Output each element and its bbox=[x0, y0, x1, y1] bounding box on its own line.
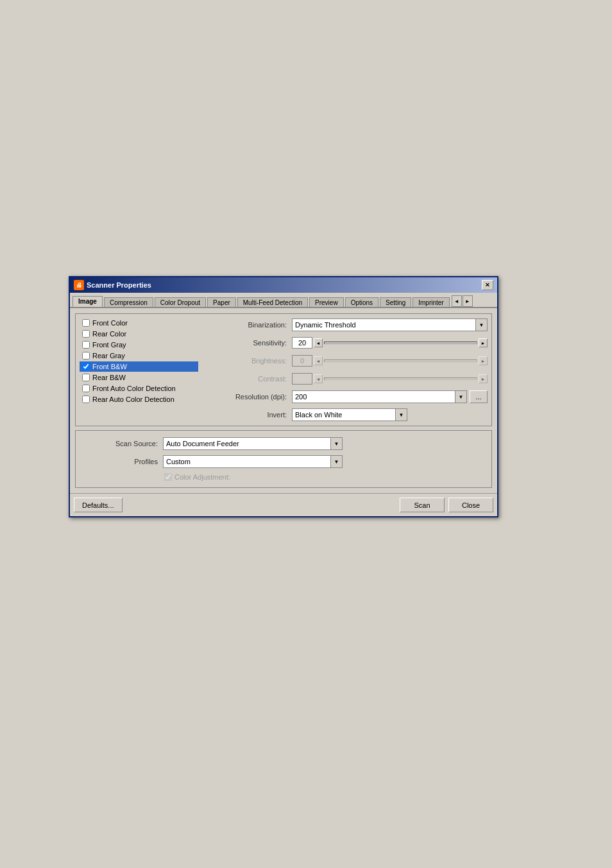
brightness-value: 0 bbox=[292, 355, 312, 367]
content-area: Front Color Rear Color Front Gray Rear G… bbox=[70, 308, 497, 493]
sensitivity-value: 20 bbox=[292, 337, 312, 349]
footer: Defaults... Scan Close bbox=[70, 493, 497, 516]
rear-color-checkbox[interactable] bbox=[82, 330, 90, 338]
title-bar: 🖨 Scanner Properties ✕ bbox=[70, 277, 497, 293]
image-item-front-color[interactable]: Front Color bbox=[80, 318, 198, 328]
contrast-value bbox=[292, 373, 312, 385]
scanner-icon: 🖨 bbox=[74, 280, 84, 290]
front-bw-checkbox[interactable] bbox=[82, 363, 90, 370]
resolution-select[interactable]: 75 100 150 200 300 400 600 bbox=[293, 391, 455, 403]
brightness-row: Brightness: 0 ◄ ► bbox=[203, 354, 488, 368]
scan-source-select-wrapper: Auto Document Feeder Flatbed ADF Front S… bbox=[163, 437, 343, 450]
tab-color-dropout[interactable]: Color Dropout bbox=[155, 297, 206, 308]
rear-bw-checkbox[interactable] bbox=[82, 374, 90, 381]
image-item-front-gray[interactable]: Front Gray bbox=[80, 340, 198, 350]
resolution-select-wrapper: 75 100 150 200 300 400 600 ▼ bbox=[292, 390, 467, 403]
title-bar-left: 🖨 Scanner Properties bbox=[74, 280, 151, 290]
color-adjustment-checkbox[interactable] bbox=[164, 473, 172, 481]
front-auto-label: Front Auto Color Detection bbox=[92, 385, 176, 392]
profiles-arrow-icon: ▼ bbox=[330, 456, 342, 467]
tab-paper[interactable]: Paper bbox=[207, 297, 236, 308]
invert-row: Invert: Black on White White on Black ▼ bbox=[203, 408, 488, 422]
contrast-right-btn: ► bbox=[479, 374, 488, 383]
rear-color-label: Rear Color bbox=[92, 330, 126, 338]
scan-source-label: Scan Source: bbox=[81, 440, 158, 447]
sensitivity-control: 20 ◄ ► bbox=[292, 337, 488, 349]
binarization-row: Binarization: Dynamic Threshold Fixed Pr… bbox=[203, 318, 488, 332]
top-section: Front Color Rear Color Front Gray Rear G… bbox=[75, 313, 492, 426]
brightness-track bbox=[324, 360, 477, 362]
contrast-left-btn: ◄ bbox=[314, 374, 323, 383]
sensitivity-left-btn[interactable]: ◄ bbox=[314, 338, 323, 347]
sensitivity-track[interactable] bbox=[324, 342, 477, 344]
rear-gray-checkbox[interactable] bbox=[82, 352, 90, 360]
sensitivity-right-btn[interactable]: ► bbox=[479, 338, 488, 347]
image-list: Front Color Rear Color Front Gray Rear G… bbox=[80, 318, 198, 422]
resolution-row: Resolution (dpi): 75 100 150 200 300 bbox=[203, 390, 488, 404]
image-item-front-auto[interactable]: Front Auto Color Detection bbox=[80, 383, 198, 394]
sensitivity-label: Sensitivity: bbox=[203, 339, 287, 347]
color-adjustment-text: Color Adjustment: bbox=[174, 473, 230, 481]
image-item-rear-gray[interactable]: Rear Gray bbox=[80, 351, 198, 361]
tab-preview[interactable]: Preview bbox=[309, 297, 344, 308]
binarization-arrow-icon: ▼ bbox=[475, 319, 487, 331]
binarization-control: Dynamic Threshold Fixed Processing Halft… bbox=[292, 318, 488, 331]
brightness-right-btn: ► bbox=[479, 356, 488, 365]
tab-multifeed[interactable]: Multi-Feed Detection bbox=[237, 297, 308, 308]
profiles-select[interactable]: Custom Default bbox=[164, 456, 330, 467]
front-color-checkbox[interactable] bbox=[82, 319, 90, 327]
brightness-control: 0 ◄ ► bbox=[292, 355, 488, 367]
binarization-select[interactable]: Dynamic Threshold Fixed Processing Halft… bbox=[293, 319, 475, 331]
scan-source-arrow-icon: ▼ bbox=[330, 438, 342, 449]
binarization-label: Binarization: bbox=[203, 321, 287, 329]
resolution-dots-button[interactable]: ... bbox=[470, 390, 488, 403]
scan-button[interactable]: Scan bbox=[400, 498, 445, 512]
color-adjustment-row: Color Adjustment: bbox=[81, 473, 486, 481]
contrast-track bbox=[324, 378, 477, 380]
image-item-rear-bw[interactable]: Rear B&W bbox=[80, 372, 198, 383]
tab-imprinter[interactable]: Imprinter bbox=[412, 297, 449, 308]
color-adjustment-label: Color Adjustment: bbox=[164, 473, 230, 481]
bottom-section: Scan Source: Auto Document Feeder Flatbe… bbox=[75, 430, 492, 488]
front-gray-label: Front Gray bbox=[92, 341, 126, 349]
defaults-button[interactable]: Defaults... bbox=[74, 498, 123, 512]
brightness-label: Brightness: bbox=[203, 357, 287, 365]
footer-right-buttons: Scan Close bbox=[400, 498, 493, 512]
front-auto-checkbox[interactable] bbox=[82, 385, 90, 392]
scan-source-select[interactable]: Auto Document Feeder Flatbed ADF Front S… bbox=[164, 438, 330, 449]
scanner-properties-dialog: 🖨 Scanner Properties ✕ Image Compression… bbox=[69, 276, 498, 517]
tab-image[interactable]: Image bbox=[72, 296, 103, 308]
contrast-slider: ◄ ► bbox=[292, 373, 488, 385]
properties-panel: Binarization: Dynamic Threshold Fixed Pr… bbox=[203, 318, 488, 422]
sensitivity-slider: 20 ◄ ► bbox=[292, 337, 488, 349]
tab-nav-right[interactable]: ► bbox=[463, 295, 473, 307]
title-buttons: ✕ bbox=[482, 280, 493, 290]
resolution-inner: 75 100 150 200 300 400 600 ▼ . bbox=[292, 390, 488, 403]
invert-control: Black on White White on Black ▼ bbox=[292, 408, 488, 421]
resolution-control: 75 100 150 200 300 400 600 ▼ . bbox=[292, 390, 488, 403]
scan-source-row: Scan Source: Auto Document Feeder Flatbe… bbox=[81, 437, 486, 450]
sensitivity-row: Sensitivity: 20 ◄ ► bbox=[203, 336, 488, 350]
invert-arrow-icon: ▼ bbox=[395, 409, 407, 421]
rear-auto-checkbox[interactable] bbox=[82, 395, 90, 403]
image-item-rear-auto[interactable]: Rear Auto Color Detection bbox=[80, 394, 198, 404]
profiles-label: Profiles bbox=[81, 458, 158, 465]
resolution-arrow-icon: ▼ bbox=[455, 391, 466, 403]
close-window-button[interactable]: ✕ bbox=[482, 280, 493, 290]
front-gray-checkbox[interactable] bbox=[82, 341, 90, 349]
tab-setting[interactable]: Setting bbox=[380, 297, 411, 308]
dialog-title: Scanner Properties bbox=[87, 281, 151, 289]
image-item-front-bw[interactable]: Front B&W bbox=[80, 361, 198, 372]
invert-select[interactable]: Black on White White on Black bbox=[293, 409, 395, 421]
image-item-rear-color[interactable]: Rear Color bbox=[80, 329, 198, 339]
invert-select-wrapper: Black on White White on Black ▼ bbox=[292, 408, 407, 421]
profiles-select-wrapper: Custom Default ▼ bbox=[163, 455, 343, 468]
brightness-left-btn: ◄ bbox=[314, 356, 323, 365]
front-color-label: Front Color bbox=[92, 319, 128, 327]
tabs-bar: Image Compression Color Dropout Paper Mu… bbox=[70, 293, 497, 308]
tab-options[interactable]: Options bbox=[345, 297, 378, 308]
tab-nav-left[interactable]: ◄ bbox=[452, 295, 462, 307]
contrast-row: Contrast: ◄ ► bbox=[203, 372, 488, 386]
close-button[interactable]: Close bbox=[448, 498, 493, 512]
tab-compression[interactable]: Compression bbox=[104, 297, 153, 308]
